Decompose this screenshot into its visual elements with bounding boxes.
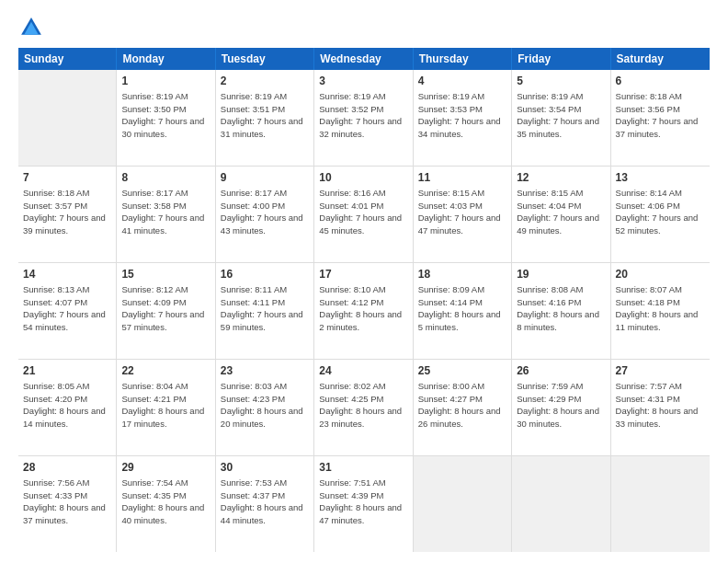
day-number: 13 [616, 170, 705, 186]
day-number: 3 [319, 74, 407, 89]
day-info: Sunrise: 8:19 AMSunset: 3:52 PMDaylight:… [319, 90, 407, 141]
header [18, 15, 710, 40]
day-info: Sunrise: 8:19 AMSunset: 3:54 PMDaylight:… [517, 90, 605, 141]
day-info: Sunrise: 7:54 AMSunset: 4:35 PMDaylight:… [121, 477, 210, 527]
day-number: 15 [121, 267, 210, 282]
day-number: 9 [221, 170, 309, 186]
day-number: 11 [418, 170, 506, 186]
cal-cell: 10Sunrise: 8:16 AMSunset: 4:01 PMDayligh… [314, 167, 413, 262]
cal-cell [512, 456, 610, 552]
day-number: 20 [616, 267, 705, 282]
header-day-saturday: Saturday [611, 48, 710, 70]
day-info: Sunrise: 8:19 AMSunset: 3:50 PMDaylight:… [121, 90, 210, 141]
cal-cell [611, 456, 710, 552]
header-day-thursday: Thursday [414, 48, 512, 70]
day-info: Sunrise: 8:18 AMSunset: 3:56 PMDaylight:… [616, 90, 705, 141]
cal-cell: 23Sunrise: 8:03 AMSunset: 4:23 PMDayligh… [216, 360, 314, 455]
day-info: Sunrise: 7:59 AMSunset: 4:29 PMDaylight:… [517, 380, 605, 431]
day-info: Sunrise: 8:17 AMSunset: 3:58 PMDaylight:… [121, 187, 210, 237]
cal-cell: 25Sunrise: 8:00 AMSunset: 4:27 PMDayligh… [414, 360, 512, 455]
day-info: Sunrise: 8:14 AMSunset: 4:06 PMDaylight:… [616, 187, 705, 237]
day-info: Sunrise: 8:13 AMSunset: 4:07 PMDaylight:… [23, 283, 111, 334]
day-number: 25 [418, 363, 506, 379]
cal-cell: 4Sunrise: 8:19 AMSunset: 3:53 PMDaylight… [414, 70, 512, 166]
day-number: 27 [616, 363, 705, 379]
day-info: Sunrise: 8:17 AMSunset: 4:00 PMDaylight:… [221, 187, 309, 237]
day-number: 16 [221, 267, 309, 282]
day-number: 1 [121, 74, 210, 89]
day-number: 17 [319, 267, 407, 282]
day-info: Sunrise: 8:09 AMSunset: 4:14 PMDaylight:… [418, 283, 506, 334]
cal-cell: 18Sunrise: 8:09 AMSunset: 4:14 PMDayligh… [414, 263, 512, 359]
calendar-header-row: SundayMondayTuesdayWednesdayThursdayFrid… [18, 48, 710, 70]
day-number: 14 [23, 267, 111, 282]
day-number: 10 [319, 170, 407, 186]
header-day-wednesday: Wednesday [314, 48, 413, 70]
day-info: Sunrise: 7:56 AMSunset: 4:33 PMDaylight:… [23, 477, 111, 527]
cal-cell: 16Sunrise: 8:11 AMSunset: 4:11 PMDayligh… [216, 263, 314, 359]
day-number: 21 [23, 363, 111, 379]
day-number: 18 [418, 267, 506, 282]
cal-cell: 22Sunrise: 8:04 AMSunset: 4:21 PMDayligh… [117, 360, 215, 455]
day-info: Sunrise: 8:03 AMSunset: 4:23 PMDaylight:… [221, 380, 309, 431]
cal-cell: 5Sunrise: 8:19 AMSunset: 3:54 PMDaylight… [512, 70, 610, 166]
day-info: Sunrise: 8:00 AMSunset: 4:27 PMDaylight:… [418, 380, 506, 431]
day-number: 24 [319, 363, 407, 379]
day-number: 29 [121, 460, 210, 476]
logo [18, 15, 48, 40]
cal-cell: 21Sunrise: 8:05 AMSunset: 4:20 PMDayligh… [18, 360, 117, 455]
day-info: Sunrise: 8:15 AMSunset: 4:04 PMDaylight:… [517, 187, 605, 237]
cal-cell: 6Sunrise: 8:18 AMSunset: 3:56 PMDaylight… [611, 70, 710, 166]
cal-cell: 26Sunrise: 7:59 AMSunset: 4:29 PMDayligh… [512, 360, 610, 455]
cal-cell: 12Sunrise: 8:15 AMSunset: 4:04 PMDayligh… [512, 167, 610, 262]
cal-cell: 7Sunrise: 8:18 AMSunset: 3:57 PMDaylight… [18, 167, 117, 262]
cal-cell: 17Sunrise: 8:10 AMSunset: 4:12 PMDayligh… [314, 263, 413, 359]
header-day-monday: Monday [117, 48, 215, 70]
day-number: 23 [221, 363, 309, 379]
day-info: Sunrise: 8:10 AMSunset: 4:12 PMDaylight:… [319, 283, 407, 334]
cal-cell: 20Sunrise: 8:07 AMSunset: 4:18 PMDayligh… [611, 263, 710, 359]
header-day-tuesday: Tuesday [216, 48, 314, 70]
day-number: 19 [517, 267, 605, 282]
day-info: Sunrise: 8:11 AMSunset: 4:11 PMDaylight:… [221, 283, 309, 334]
cal-cell: 28Sunrise: 7:56 AMSunset: 4:33 PMDayligh… [18, 456, 117, 552]
day-info: Sunrise: 8:04 AMSunset: 4:21 PMDaylight:… [121, 380, 210, 431]
cal-cell: 27Sunrise: 7:57 AMSunset: 4:31 PMDayligh… [611, 360, 710, 455]
cal-cell: 14Sunrise: 8:13 AMSunset: 4:07 PMDayligh… [18, 263, 117, 359]
day-info: Sunrise: 8:19 AMSunset: 3:53 PMDaylight:… [418, 90, 506, 141]
cal-cell: 8Sunrise: 8:17 AMSunset: 3:58 PMDaylight… [117, 167, 215, 262]
cal-cell: 15Sunrise: 8:12 AMSunset: 4:09 PMDayligh… [117, 263, 215, 359]
day-number: 6 [616, 74, 705, 89]
cal-cell: 11Sunrise: 8:15 AMSunset: 4:03 PMDayligh… [414, 167, 512, 262]
day-info: Sunrise: 8:05 AMSunset: 4:20 PMDaylight:… [23, 380, 111, 431]
cal-cell: 19Sunrise: 8:08 AMSunset: 4:16 PMDayligh… [512, 263, 610, 359]
page: SundayMondayTuesdayWednesdayThursdayFrid… [0, 0, 728, 563]
day-info: Sunrise: 8:15 AMSunset: 4:03 PMDaylight:… [418, 187, 506, 237]
cal-cell: 13Sunrise: 8:14 AMSunset: 4:06 PMDayligh… [611, 167, 710, 262]
cal-cell [414, 456, 512, 552]
day-number: 30 [221, 460, 309, 476]
day-number: 22 [121, 363, 210, 379]
cal-cell: 3Sunrise: 8:19 AMSunset: 3:52 PMDaylight… [314, 70, 413, 166]
day-info: Sunrise: 8:07 AMSunset: 4:18 PMDaylight:… [616, 283, 705, 334]
cal-cell [18, 70, 117, 166]
cal-cell: 29Sunrise: 7:54 AMSunset: 4:35 PMDayligh… [117, 456, 215, 552]
day-number: 26 [517, 363, 605, 379]
day-info: Sunrise: 8:02 AMSunset: 4:25 PMDaylight:… [319, 380, 407, 431]
day-info: Sunrise: 8:19 AMSunset: 3:51 PMDaylight:… [221, 90, 309, 141]
day-number: 31 [319, 460, 407, 476]
day-info: Sunrise: 7:57 AMSunset: 4:31 PMDaylight:… [616, 380, 705, 431]
day-info: Sunrise: 8:16 AMSunset: 4:01 PMDaylight:… [319, 187, 407, 237]
cal-cell: 1Sunrise: 8:19 AMSunset: 3:50 PMDaylight… [117, 70, 215, 166]
week-row-4: 21Sunrise: 8:05 AMSunset: 4:20 PMDayligh… [18, 360, 710, 456]
header-day-friday: Friday [512, 48, 610, 70]
day-info: Sunrise: 8:18 AMSunset: 3:57 PMDaylight:… [23, 187, 111, 237]
week-row-1: 1Sunrise: 8:19 AMSunset: 3:50 PMDaylight… [18, 70, 710, 167]
week-row-5: 28Sunrise: 7:56 AMSunset: 4:33 PMDayligh… [18, 456, 710, 552]
calendar-body: 1Sunrise: 8:19 AMSunset: 3:50 PMDaylight… [18, 70, 710, 552]
day-number: 4 [418, 74, 506, 89]
cal-cell: 9Sunrise: 8:17 AMSunset: 4:00 PMDaylight… [216, 167, 314, 262]
day-info: Sunrise: 7:53 AMSunset: 4:37 PMDaylight:… [221, 477, 309, 527]
day-info: Sunrise: 8:12 AMSunset: 4:09 PMDaylight:… [121, 283, 210, 334]
day-number: 2 [221, 74, 309, 89]
